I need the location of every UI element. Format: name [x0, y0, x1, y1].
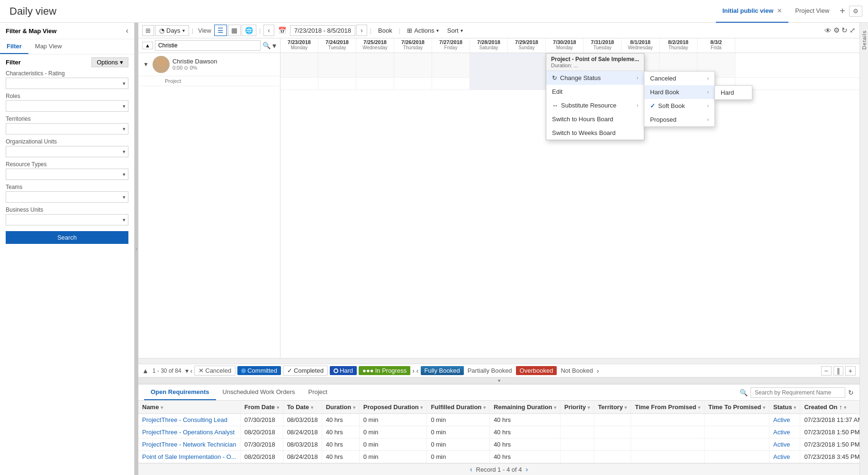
resource-expand-button[interactable]: ▼ — [142, 61, 150, 68]
filter-select-territories[interactable] — [6, 123, 128, 134]
soft-book-arrow-icon: › — [707, 103, 709, 108]
col-from-date[interactable]: From Date ▾ — [240, 401, 283, 414]
req-tab-unscheduled[interactable]: Unscheduled Work Orders — [216, 385, 302, 400]
grid-view-button[interactable]: ▦ — [228, 25, 241, 36]
menu-item-substitute-resource[interactable]: ↔ Substitute Resource › — [546, 99, 644, 112]
requirements-table: Name ▾ From Date ▾ To Date ▾ Duration ▾ — [138, 401, 859, 463]
badge-inprogress[interactable]: ●●● In Progress — [359, 366, 410, 375]
col-name[interactable]: Name ▾ — [138, 401, 240, 414]
zoom-out-button[interactable]: − — [821, 366, 832, 376]
left-collapse-strip[interactable]: ‹ — [135, 23, 138, 475]
req-name-link[interactable]: ProjectThree - Operations Analyst — [142, 429, 235, 436]
prev-page-button[interactable]: ‹ — [190, 367, 193, 375]
book-button[interactable]: Book — [374, 26, 396, 36]
page-expand-button[interactable]: ▾ — [185, 367, 189, 375]
zoom-in-button[interactable]: + — [845, 366, 856, 376]
next-booking-button[interactable]: › — [597, 367, 599, 375]
req-refresh-button[interactable]: ↻ — [848, 389, 854, 396]
date-range-display[interactable]: 7/23/2018 - 8/5/2018 — [290, 25, 355, 36]
menu-item-change-status[interactable]: ↻ Change Status › Canceled › — [546, 71, 644, 85]
add-tab-button[interactable]: + — [836, 6, 849, 17]
req-search-input[interactable] — [750, 387, 845, 398]
submenu-item-hard-book[interactable]: Hard Book › Hard — [644, 85, 714, 99]
refresh-button[interactable]: ↻ — [841, 26, 848, 35]
req-name-link[interactable]: ProjectThree - Consulting Lead — [142, 416, 227, 423]
submenu-item-soft-book[interactable]: ✓ Soft Book › — [644, 99, 714, 113]
tab-project-view[interactable]: Project View — [788, 0, 836, 23]
req-name-link[interactable]: ProjectThree - Network Technician — [142, 441, 236, 448]
req-created-on: 07/23/2018 1:50 PM — [800, 439, 859, 451]
col-priority[interactable]: Priority ▾ — [561, 401, 594, 414]
submenu-item-proposed[interactable]: Proposed › — [644, 113, 714, 126]
req-proposed-duration: 0 min — [359, 414, 427, 426]
prev-expand-button[interactable]: ▲ — [142, 367, 149, 375]
req-status[interactable]: Active — [769, 426, 800, 439]
menu-item-edit[interactable]: Edit — [546, 85, 644, 99]
filter-select-roles[interactable] — [6, 100, 128, 112]
col-time-from-promised[interactable]: Time From Promised ▾ — [631, 401, 705, 414]
menu-item-weeks-board[interactable]: Switch to Weeks Board — [546, 126, 644, 140]
days-selector[interactable]: ◔ Days ▾ — [155, 25, 189, 36]
next-page-button[interactable]: › — [412, 367, 415, 375]
req-next-button[interactable]: › — [525, 466, 528, 473]
col-territory[interactable]: Territory ▾ — [594, 401, 631, 414]
options-button[interactable]: Options ▾ — [91, 57, 128, 67]
col-to-date[interactable]: To Date ▾ — [283, 401, 322, 414]
req-name-link[interactable]: Point of Sale Implementation - O... — [142, 453, 236, 460]
visibility-button[interactable]: 👁 — [824, 27, 832, 35]
col-created-on[interactable]: Created On ↑ ▾ — [800, 401, 859, 414]
req-status[interactable]: Active — [769, 439, 800, 451]
sidebar-tab-filter[interactable]: Filter — [0, 39, 28, 54]
badge-completed[interactable]: ✓ Completed — [283, 366, 328, 376]
next-period-button[interactable]: › — [356, 25, 367, 36]
req-tab-open[interactable]: Open Requirements — [144, 385, 216, 400]
sort-button[interactable]: Sort ▾ — [443, 26, 467, 36]
calendar-button[interactable]: 📅 — [275, 25, 289, 36]
req-status[interactable]: Active — [769, 414, 800, 426]
filter-select-org-units[interactable] — [6, 146, 128, 157]
col-status[interactable]: Status ▾ — [769, 401, 800, 414]
menu-item-hours-board[interactable]: Switch to Hours Board — [546, 112, 644, 126]
col-time-to-promised[interactable]: Time To Promised ▾ — [704, 401, 769, 414]
filter-select-characteristics[interactable] — [6, 78, 128, 89]
submenu-item-hard[interactable]: Hard — [715, 86, 752, 99]
sidebar-collapse-button[interactable]: ‹ — [126, 27, 128, 35]
collapse-all-button[interactable]: ▾ — [272, 41, 276, 50]
prev-booking-button[interactable]: ‹ — [416, 367, 419, 375]
tab-close-icon[interactable]: ✕ — [777, 8, 782, 14]
resource-search-input[interactable] — [155, 40, 261, 51]
expand-all-button[interactable]: ▲ — [142, 42, 153, 49]
sidebar-tab-map-view[interactable]: Map View — [28, 39, 69, 54]
details-panel-edge[interactable]: Details — [859, 23, 868, 475]
col-fulfilled-duration[interactable]: Fulfilled Duration ▾ — [427, 401, 490, 414]
col-duration[interactable]: Duration ▾ — [322, 401, 359, 414]
filter-label-business-units: Business Units — [6, 206, 128, 213]
badge-committed[interactable]: Committed — [237, 366, 281, 375]
map-view-button[interactable]: 🌐 — [242, 25, 256, 36]
badge-hard[interactable]: Hard — [330, 366, 357, 375]
search-button[interactable]: Search — [6, 231, 128, 244]
resource-search-button[interactable]: 🔍 — [262, 42, 271, 49]
prev-period-button[interactable]: ‹ — [263, 25, 274, 36]
actions-button[interactable]: ⊞ Actions ▾ — [403, 26, 443, 36]
col-remaining-duration[interactable]: Remaining Duration ▾ — [489, 401, 560, 414]
filter-select-business-units[interactable] — [6, 214, 128, 225]
bottom-expand-handle[interactable]: ▾ — [138, 377, 859, 384]
left-collapse-icon: ‹ — [136, 246, 137, 251]
badge-cancelled[interactable]: ✕ Canceled — [194, 366, 235, 376]
list-view-button[interactable]: ☰ — [214, 25, 227, 36]
grid-rows-button[interactable]: ⊞ — [142, 25, 154, 36]
submenu-item-canceled[interactable]: Canceled › — [644, 72, 714, 85]
filter-select-teams[interactable] — [6, 191, 128, 203]
req-tab-project[interactable]: Project — [301, 385, 334, 400]
filter-select-resource-types[interactable] — [6, 169, 128, 180]
settings-grid-button[interactable]: ⚙ — [833, 26, 840, 35]
tab-initial-public-view[interactable]: Initial public view ✕ — [716, 0, 789, 23]
req-search-icon-button[interactable]: 🔍 — [740, 389, 748, 396]
settings-button[interactable]: ⚙ — [849, 6, 862, 17]
col-proposed-duration[interactable]: Proposed Duration ▾ — [359, 401, 427, 414]
req-status[interactable]: Active — [769, 451, 800, 463]
req-prev-button[interactable]: ‹ — [470, 466, 472, 473]
fullscreen-button[interactable]: ⤢ — [850, 26, 856, 35]
pause-button[interactable]: ‖ — [833, 366, 843, 376]
